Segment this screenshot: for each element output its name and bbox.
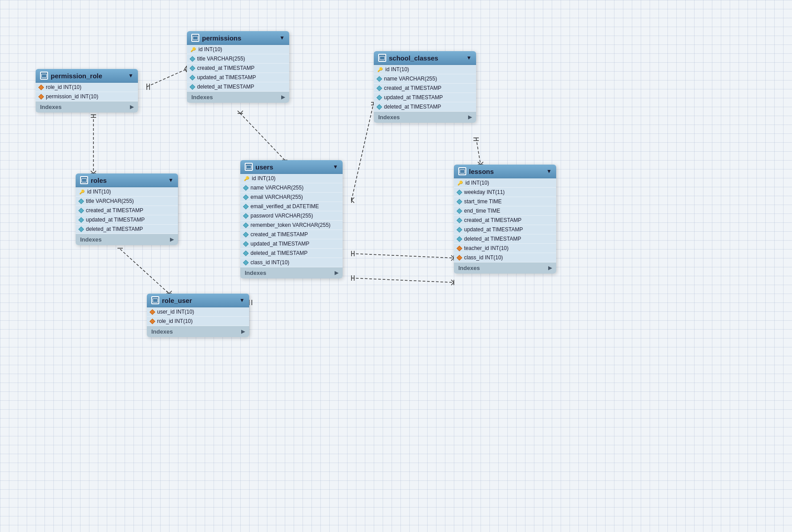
field-name: teacher_id INT(10) (464, 245, 509, 251)
table-header-role_user[interactable]: role_user▼ (147, 294, 249, 307)
diamond-blue-icon (457, 236, 462, 242)
table-title-users: users (255, 163, 330, 171)
table-indexes-permission_role[interactable]: Indexes▶ (36, 101, 138, 113)
field-name: id INT(10) (252, 175, 275, 181)
diamond-blue-icon (190, 84, 195, 90)
table-indexes-role_user[interactable]: Indexes▶ (147, 326, 249, 337)
field-name: email VARCHAR(255) (251, 194, 303, 200)
table-header-permissions[interactable]: permissions▼ (187, 31, 289, 45)
indexes-arrow-icon[interactable]: ▶ (468, 114, 472, 120)
table-icon-roles (80, 176, 88, 184)
svg-line-0 (147, 69, 187, 87)
indexes-label: Indexes (378, 114, 400, 121)
table-header-users[interactable]: users▼ (240, 160, 343, 174)
table-body-permissions: 🔑id INT(10)title VARCHAR(255)created_at … (187, 45, 289, 92)
diamond-orange-icon (150, 318, 155, 324)
table-row: role_id INT(10) (36, 83, 138, 92)
field-name: name VARCHAR(255) (251, 185, 303, 191)
field-name: role_id INT(10) (157, 318, 193, 324)
table-header-lessons[interactable]: lessons▼ (454, 165, 556, 178)
field-name: password VARCHAR(255) (251, 213, 313, 219)
table-header-arrow-permissions[interactable]: ▼ (279, 35, 285, 41)
field-name: id INT(10) (385, 66, 409, 73)
diamond-blue-icon (243, 194, 249, 200)
indexes-arrow-icon[interactable]: ▶ (548, 265, 552, 271)
svg-line-49 (451, 282, 454, 285)
table-header-school_classes[interactable]: school_classes▼ (374, 51, 476, 65)
table-row: name VARCHAR(255) (374, 74, 476, 84)
field-name: user_id INT(10) (157, 309, 194, 315)
indexes-arrow-icon[interactable]: ▶ (241, 329, 245, 335)
table-body-lessons: 🔑id INT(10)weekday INT(11)start_time TIM… (454, 178, 556, 262)
table-row: role_id INT(10) (147, 317, 249, 326)
diamond-blue-icon (243, 241, 249, 247)
indexes-arrow-icon[interactable]: ▶ (170, 237, 174, 242)
diamond-blue-icon (243, 232, 249, 238)
field-name: id INT(10) (87, 189, 111, 195)
table-school_classes: school_classes▼🔑id INT(10)name VARCHAR(2… (374, 51, 476, 123)
field-name: deleted_at TIMESTAMP (384, 104, 441, 110)
key-icon: 🔑 (244, 176, 249, 181)
svg-line-46 (352, 278, 454, 282)
table-row: email VARCHAR(255) (240, 193, 343, 202)
table-row: created_at TIMESTAMP (187, 64, 289, 73)
key-icon: 🔑 (79, 189, 85, 194)
table-header-arrow-users[interactable]: ▼ (333, 164, 338, 170)
diamond-blue-icon (190, 75, 195, 81)
svg-line-12 (120, 249, 169, 294)
table-header-arrow-lessons[interactable]: ▼ (546, 168, 552, 174)
field-name: start_time TIME (464, 198, 501, 205)
table-row: email_verified_at DATETIME (240, 202, 343, 211)
table-row: created_at TIMESTAMP (454, 216, 556, 225)
field-name: title VARCHAR(255) (197, 56, 245, 62)
field-name: created_at TIMESTAMP (197, 65, 255, 71)
diamond-orange-icon (38, 94, 44, 100)
table-indexes-permissions[interactable]: Indexes▶ (187, 92, 289, 103)
table-title-lessons: lessons (469, 168, 544, 175)
field-name: deleted_at TIMESTAMP (86, 226, 143, 232)
table-row: created_at TIMESTAMP (76, 206, 178, 215)
table-body-roles: 🔑id INT(10)title VARCHAR(255)created_at … (76, 187, 178, 234)
field-name: permission_id INT(10) (46, 93, 98, 100)
table-body-permission_role: role_id INT(10)permission_id INT(10) (36, 83, 138, 101)
indexes-label: Indexes (458, 265, 480, 271)
diamond-blue-icon (78, 217, 84, 223)
table-header-arrow-roles[interactable]: ▼ (168, 177, 174, 183)
table-row: start_time TIME (454, 197, 556, 206)
table-row: 🔑id INT(10) (454, 178, 556, 188)
table-title-roles: roles (91, 177, 166, 184)
table-indexes-roles[interactable]: Indexes▶ (76, 234, 178, 245)
diamond-blue-icon (78, 226, 84, 232)
table-row: end_time TIME (454, 206, 556, 216)
table-header-arrow-school_classes[interactable]: ▼ (466, 55, 472, 61)
table-title-permission_role: permission_role (51, 72, 125, 80)
table-header-arrow-permission_role[interactable]: ▼ (128, 73, 133, 79)
table-row: 🔑id INT(10) (76, 187, 178, 197)
table-row: user_id INT(10) (147, 307, 249, 317)
indexes-arrow-icon[interactable]: ▶ (281, 94, 285, 100)
table-row: updated_at TIMESTAMP (454, 225, 556, 234)
indexes-label: Indexes (40, 104, 61, 110)
table-row: updated_at TIMESTAMP (187, 73, 289, 82)
table-row: password VARCHAR(255) (240, 211, 343, 221)
table-header-arrow-role_user[interactable]: ▼ (239, 297, 245, 303)
table-row: weekday INT(11) (454, 188, 556, 197)
table-indexes-users[interactable]: Indexes▶ (240, 267, 343, 278)
diamond-blue-icon (78, 208, 84, 214)
diamond-blue-icon (78, 198, 84, 204)
table-roles: roles▼🔑id INT(10)title VARCHAR(255)creat… (76, 173, 178, 245)
table-icon-users (245, 163, 253, 171)
table-header-permission_role[interactable]: permission_role▼ (36, 69, 138, 83)
indexes-label: Indexes (80, 236, 101, 243)
indexes-arrow-icon[interactable]: ▶ (335, 270, 338, 276)
table-body-school_classes: 🔑id INT(10)name VARCHAR(255)created_at T… (374, 65, 476, 112)
table-header-roles[interactable]: roles▼ (76, 173, 178, 187)
field-name: updated_at TIMESTAMP (384, 94, 443, 101)
table-indexes-school_classes[interactable]: Indexes▶ (374, 112, 476, 123)
indexes-arrow-icon[interactable]: ▶ (130, 104, 133, 110)
table-row: permission_id INT(10) (36, 92, 138, 101)
diamond-blue-icon (376, 104, 382, 110)
indexes-label: Indexes (245, 270, 266, 276)
table-row: class_id INT(10) (240, 258, 343, 267)
table-indexes-lessons[interactable]: Indexes▶ (454, 262, 556, 274)
